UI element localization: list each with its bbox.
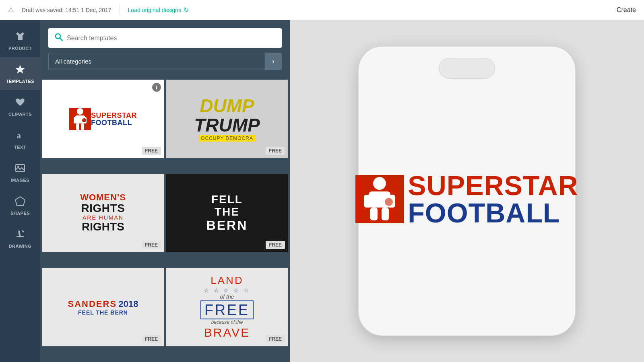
star-icon [14,64,26,76]
svg-line-8 [60,38,62,41]
fell-line2: THE [206,206,248,218]
sidebar-item-text-label: TEXT [14,145,26,150]
land-brave: BRAVE [200,325,254,340]
phone-logo-area: SUPERSTAR FOOTBALL [355,172,578,226]
fell-line1: FELL [206,193,248,206]
sidebar-item-drawing-label: DRAWING [9,244,32,249]
trump-text: TRUMP [194,116,260,134]
diamond-icon [14,195,26,208]
svg-rect-13 [76,123,79,130]
search-icon [55,33,63,43]
svg-point-9 [77,108,83,115]
phone-case: SUPERSTAR FOOTBALL [358,46,576,336]
phone-text-top: SUPERSTAR [408,172,578,199]
superstar-text-bottom: FOOTBALL [91,119,137,126]
svg-rect-21 [382,208,389,220]
superstar-text: SUPERSTAR FOOTBALL [91,112,137,126]
dump-text: DUMP [200,97,254,115]
refresh-icon: ↻ [184,6,189,14]
shirt-icon [14,31,26,43]
occupy-text: OCCUPY DEMOCRA [198,135,256,142]
phone-text-col: SUPERSTAR FOOTBALL [408,172,578,226]
free-badge-2: FREE [266,147,285,155]
land-free-text: FREE [200,300,254,319]
svg-marker-0 [15,65,25,74]
sidebar-item-cliparts[interactable]: CLIPARTS [0,90,40,123]
fell-line3: BERN [206,218,248,232]
svg-text:a: a [17,131,21,140]
image-icon [14,162,26,175]
superstar-figure-svg [71,108,89,130]
svg-point-3 [17,166,19,167]
free-badge-1: FREE [142,147,161,155]
template-card-sanders[interactable]: SANDERS 2018 FEEL THE BERN FREE [42,268,164,346]
template-card-womens[interactable]: WOMEN'S RIGHTS ARE HUMAN RIGHTS FREE [42,174,164,252]
sanders-line2: FEEL THE BERN [68,309,138,316]
sidebar-item-templates[interactable]: TEMPLATES [0,57,40,90]
free-badge-3: FREE [142,241,161,249]
sidebar-item-product[interactable]: PRODUCT [0,24,40,57]
drawing-icon [14,228,26,241]
sidebar: PRODUCT TEMPLATES CLIPARTS a [0,20,40,362]
svg-rect-18 [364,195,372,208]
land-because: because of the [200,319,254,325]
land-of-the: of the [200,294,254,300]
svg-point-22 [385,198,393,206]
svg-marker-4 [15,197,25,206]
womens-line3: ARE HUMAN [80,215,126,221]
womens-line2: RIGHTS [80,202,126,215]
info-badge: i [152,83,161,92]
text-icon: a [14,130,26,142]
svg-rect-11 [74,117,78,123]
superstar-text-top: SUPERSTAR [91,112,137,119]
sidebar-item-templates-label: TEMPLATES [6,79,34,84]
svg-rect-20 [370,208,378,220]
svg-rect-6 [18,230,21,236]
sidebar-item-shapes-label: SHAPES [10,211,30,216]
sidebar-item-product-label: PRODUCT [8,46,32,51]
sidebar-item-shapes[interactable]: SHAPES [0,189,40,222]
category-select[interactable]: All categories [48,53,265,70]
womens-line4: RIGHTS [80,221,126,233]
search-box [48,28,282,48]
sidebar-item-images[interactable]: IMAGES [0,156,40,189]
phone-case-container: SUPERSTAR FOOTBALL [290,20,644,362]
template-panel: All categories › [40,20,290,362]
land-text: LAND ☆ ☆ ☆ ☆ ☆ of the FREE because of th… [200,274,254,339]
preview-area: SUPERSTAR FOOTBALL [290,20,644,362]
phone-icon-box [355,175,404,223]
svg-point-16 [373,177,386,190]
sidebar-item-cliparts-label: CLIPARTS [8,112,32,117]
land-stars: ☆ ☆ ☆ ☆ ☆ [200,287,254,294]
draft-status: Draft was saved: 14:51 1 Dec, 2017 [22,7,111,13]
phone-text-bottom: FOOTBALL [408,199,578,226]
template-grid: SUPERSTAR FOOTBALL i FREE DUMP TRUMP OCC… [40,78,290,362]
sidebar-item-drawing[interactable]: DRAWING [0,222,40,255]
phone-notch [439,58,495,79]
divider [120,5,120,15]
land-line1: LAND [200,274,254,287]
svg-point-15 [82,118,86,122]
main-layout: PRODUCT TEMPLATES CLIPARTS a [0,20,644,362]
top-bar: ⚠ Draft was saved: 14:51 1 Dec, 2017 Loa… [0,0,644,20]
search-area: All categories › [40,20,290,78]
warning-icon: ⚠ [8,6,14,14]
category-arrow-button[interactable]: › [265,53,282,70]
sidebar-item-text[interactable]: a TEXT [0,123,40,156]
load-label: Load original designs [128,7,181,13]
search-input[interactable] [67,35,275,42]
superstar-icon-box [69,108,91,130]
template-card-superstar[interactable]: SUPERSTAR FOOTBALL i FREE [42,80,164,158]
womens-line1: WOMEN'S [80,193,126,202]
free-badge-6: FREE [266,335,285,343]
category-row: All categories › [48,53,282,70]
template-card-fell-bern[interactable]: FELL THE BERN FREE [166,174,288,252]
sidebar-item-images-label: IMAGES [11,178,29,183]
heart-icon [14,97,26,109]
template-card-land-free[interactable]: LAND ☆ ☆ ☆ ☆ ☆ of the FREE because of th… [166,268,288,346]
load-original-button[interactable]: Load original designs ↻ [128,6,189,14]
template-card-dump-trump[interactable]: DUMP TRUMP OCCUPY DEMOCRA FREE [166,80,288,158]
womens-text: WOMEN'S RIGHTS ARE HUMAN RIGHTS [80,193,126,233]
svg-rect-14 [81,123,84,130]
create-label: Create [617,6,636,14]
